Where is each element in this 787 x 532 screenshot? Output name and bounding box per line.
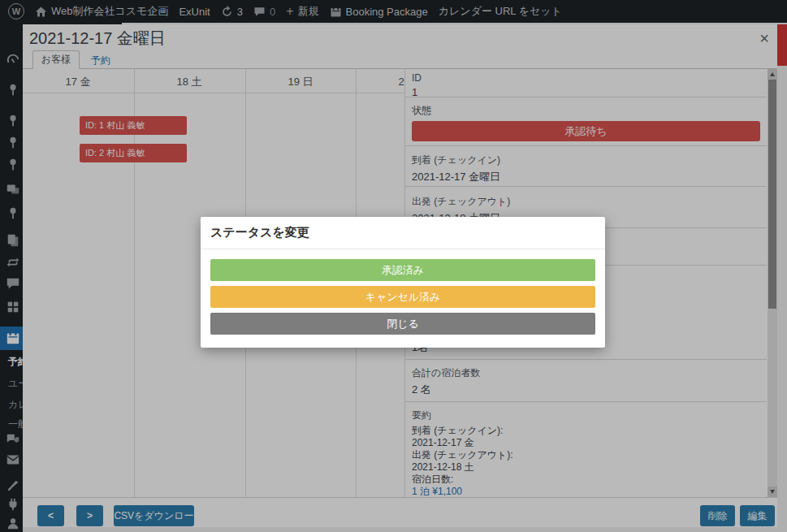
status-modal: ステータスを変更 承認済み キャンセル済み 閉じる	[201, 217, 605, 348]
screen: W Web制作会社コスモ企画 ExUnit 3 0 + 新規	[0, 0, 787, 532]
status-modal-title: ステータスを変更	[201, 217, 605, 249]
approve-button[interactable]: 承認済み	[210, 259, 595, 281]
close-modal-button[interactable]: 閉じる	[210, 313, 595, 335]
cancel-status-button[interactable]: キャンセル済み	[210, 286, 595, 308]
status-modal-body: 承認済み キャンセル済み 閉じる	[201, 249, 605, 348]
